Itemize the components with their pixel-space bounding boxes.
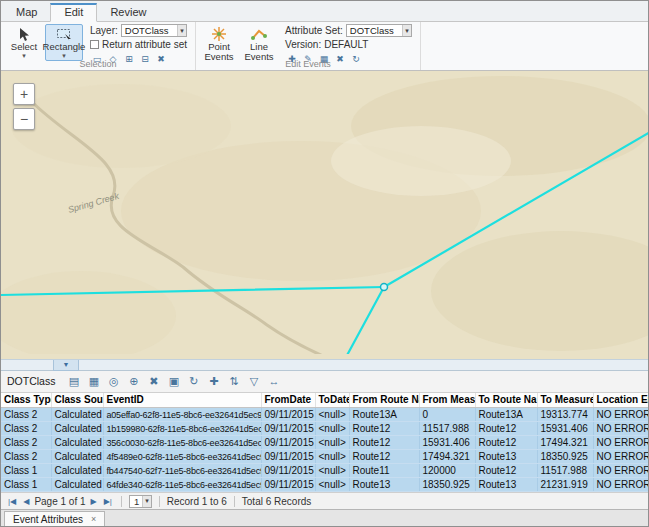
table-cell[interactable]: Route13A [475, 408, 537, 422]
table-row[interactable]: Class 1Calculated64fde340-62f8-11e5-8bc6… [1, 478, 649, 492]
panel-splitter[interactable]: ▼ [1, 359, 648, 371]
table-cell[interactable]: NO ERROR [593, 450, 649, 464]
table-cell[interactable]: NO ERROR [593, 478, 649, 492]
table-cell[interactable]: Route12 [349, 436, 419, 450]
table-cell[interactable]: fb447540-62f7-11e5-8bc6-ee32641d5ec9 [103, 464, 261, 478]
table-cell[interactable]: Route13 [349, 478, 419, 492]
route-junction-marker[interactable] [381, 284, 388, 291]
layer-dropdown[interactable]: DOTClass ▾ [121, 24, 187, 37]
table-cell[interactable]: 09/11/2015 [261, 450, 315, 464]
page-select-dropdown[interactable]: 1 ▾ [129, 495, 152, 508]
table-cell[interactable]: NO ERROR [593, 422, 649, 436]
column-header[interactable]: EventID [103, 393, 261, 408]
rectangle-select-button[interactable]: Rectangle ▾ [45, 24, 83, 61]
tab-review[interactable]: Review [97, 4, 159, 21]
attribute-set-dropdown[interactable]: DOTClass ▾ [346, 24, 412, 37]
table-cell[interactable]: Route13 [475, 478, 537, 492]
table-cell[interactable]: 64fde340-62f8-11e5-8bc6-ee32641d5ec9 [103, 478, 261, 492]
table-cell[interactable]: Route12 [349, 422, 419, 436]
line-events-button[interactable]: Line Events [240, 24, 278, 64]
table-cell[interactable]: 09/11/2015 [261, 408, 315, 422]
table-cell[interactable]: <null> [315, 478, 349, 492]
column-header[interactable]: Class Source [51, 393, 103, 408]
table-cell[interactable]: 17494.321 [419, 450, 475, 464]
zoom-to-selection-icon[interactable]: ◎ [105, 373, 122, 389]
table-cell[interactable]: 21231.919 [537, 478, 593, 492]
next-page-button[interactable]: ▶ [89, 496, 99, 507]
table-row[interactable]: Class 1Calculatedfb447540-62f7-11e5-8bc6… [1, 464, 649, 478]
table-cell[interactable]: NO ERROR [593, 436, 649, 450]
map-canvas[interactable]: Spring Creek + − [1, 71, 648, 359]
add-record-icon[interactable]: ✚ [205, 373, 222, 389]
table-cell[interactable]: Route13 [475, 450, 537, 464]
table-cell[interactable]: 09/11/2015 [261, 478, 315, 492]
table-cell[interactable]: 18350.925 [419, 478, 475, 492]
table-cell[interactable]: Route12 [475, 422, 537, 436]
table-cell[interactable]: a05effa0-62f8-11e5-8bc6-ee32641d5ec9 [103, 408, 261, 422]
table-cell[interactable]: 09/11/2015 [261, 436, 315, 450]
column-header[interactable]: Location Error [593, 393, 649, 408]
show-selected-records-icon[interactable]: ▤ [65, 373, 82, 389]
column-header[interactable]: ToDate [315, 393, 349, 408]
tab-map[interactable]: Map [3, 4, 50, 21]
select-button[interactable]: Select ▾ [5, 24, 43, 61]
column-header[interactable]: To Route Name [475, 393, 537, 408]
sort-records-icon[interactable]: ⇅ [225, 373, 242, 389]
resize-columns-icon[interactable]: ↔ [265, 373, 282, 389]
table-cell[interactable]: 4f5489e0-62f8-11e5-8bc6-ee32641d5ec9 [103, 450, 261, 464]
return-attribute-set-checkbox[interactable] [90, 40, 99, 49]
table-cell[interactable]: 17494.321 [537, 436, 593, 450]
table-cell[interactable]: Calculated [51, 478, 103, 492]
table-cell[interactable]: Route12 [475, 436, 537, 450]
filter-records-icon[interactable]: ▽ [245, 373, 262, 389]
table-cell[interactable]: <null> [315, 422, 349, 436]
table-cell[interactable]: 18350.925 [537, 450, 593, 464]
first-page-button[interactable]: |◀ [6, 496, 18, 507]
table-cell[interactable]: 15931.406 [419, 436, 475, 450]
close-icon[interactable]: × [91, 514, 96, 524]
table-cell[interactable]: Route12 [349, 450, 419, 464]
column-header[interactable]: From Route Name [349, 393, 419, 408]
table-cell[interactable]: <null> [315, 408, 349, 422]
clear-selection-icon[interactable]: ✖ [145, 373, 162, 389]
table-cell[interactable]: 0 [419, 408, 475, 422]
table-row[interactable]: Class 2Calculated1b159980-62f8-11e5-8bc6… [1, 422, 649, 436]
table-row[interactable]: Class 2Calculated4f5489e0-62f8-11e5-8bc6… [1, 450, 649, 464]
table-cell[interactable]: Class 2 [1, 450, 51, 464]
column-header[interactable]: Class Type [1, 393, 51, 408]
table-cell[interactable]: Class 1 [1, 464, 51, 478]
table-cell[interactable]: Class 2 [1, 408, 51, 422]
table-cell[interactable]: 09/11/2015 [261, 464, 315, 478]
table-cell[interactable]: 11517.988 [537, 464, 593, 478]
table-row[interactable]: Class 2Calculateda05effa0-62f8-11e5-8bc6… [1, 408, 649, 422]
refresh-icon[interactable]: ↻ [185, 373, 202, 389]
tab-event-attributes[interactable]: Event Attributes × [4, 511, 105, 526]
table-cell[interactable]: 11517.988 [419, 422, 475, 436]
table-cell[interactable]: <null> [315, 464, 349, 478]
table-cell[interactable]: 120000 [419, 464, 475, 478]
column-header[interactable]: FromDate [261, 393, 315, 408]
collapse-panel-button[interactable]: ▼ [53, 360, 79, 371]
save-edits-icon[interactable]: ▣ [165, 373, 182, 389]
table-cell[interactable]: Route11 [349, 464, 419, 478]
tab-edit[interactable]: Edit [50, 3, 97, 22]
table-cell[interactable]: 15931.406 [537, 422, 593, 436]
table-cell[interactable]: 356c0030-62f8-11e5-8bc6-ee32641d5ec9 [103, 436, 261, 450]
pan-to-selection-icon[interactable]: ⊕ [125, 373, 142, 389]
column-header[interactable]: To Measure [537, 393, 593, 408]
table-cell[interactable]: <null> [315, 436, 349, 450]
table-row[interactable]: Class 2Calculated356c0030-62f8-11e5-8bc6… [1, 436, 649, 450]
table-cell[interactable]: NO ERROR [593, 464, 649, 478]
table-cell[interactable]: NO ERROR [593, 408, 649, 422]
last-page-button[interactable]: ▶| [102, 496, 114, 507]
table-cell[interactable]: 19313.774 [537, 408, 593, 422]
table-cell[interactable]: Class 2 [1, 422, 51, 436]
table-cell[interactable]: 09/11/2015 [261, 422, 315, 436]
table-cell[interactable]: Calculated [51, 464, 103, 478]
zoom-out-button[interactable]: − [13, 108, 35, 130]
table-cell[interactable]: Class 1 [1, 478, 51, 492]
zoom-in-button[interactable]: + [13, 83, 35, 105]
table-cell[interactable]: 1b159980-62f8-11e5-8bc6-ee32641d5ec9 [103, 422, 261, 436]
table-cell[interactable]: <null> [315, 450, 349, 464]
table-cell[interactable]: Calculated [51, 450, 103, 464]
